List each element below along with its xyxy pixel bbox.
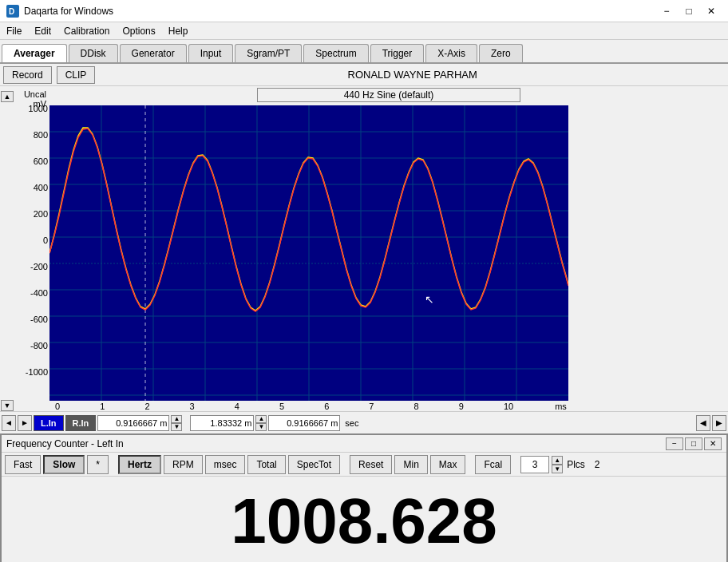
chart-title: 440 Hz Sine (default) (257, 88, 520, 102)
freq-display: 1008.628 (2, 477, 726, 562)
x-label-0: 0 (55, 402, 60, 411)
x-unit: ms (555, 402, 567, 411)
svg-text:D: D (9, 7, 14, 16)
menu-file[interactable]: File (0, 24, 28, 38)
clip-button[interactable]: CLIP (57, 66, 96, 84)
menu-help[interactable]: Help (162, 24, 195, 38)
time-input-3[interactable] (268, 415, 340, 431)
x-label-5: 5 (279, 402, 284, 411)
freq-btn-bar: Fast Slow * Hertz RPM msec Total SpecTot… (2, 453, 726, 477)
y-label-neg200: -200 (30, 262, 48, 271)
time-down-2[interactable]: ▼ (255, 423, 267, 431)
freq-maximize-button[interactable]: □ (685, 437, 702, 450)
plcs-down[interactable]: ▼ (552, 465, 563, 473)
toolbar: Record CLIP RONALD WAYNE PARHAM (0, 64, 728, 86)
user-name: RONALD WAYNE PARHAM (100, 69, 725, 81)
plcs-up[interactable]: ▲ (552, 456, 563, 465)
scroll-right-button[interactable]: ▶ (712, 415, 726, 431)
star-button[interactable]: * (87, 455, 109, 474)
minimize-button[interactable]: − (656, 3, 677, 19)
chart-container: 440 Hz Sine (default) (49, 88, 728, 411)
y-label-600: 600 (34, 156, 48, 166)
total-button[interactable]: Total (247, 455, 285, 474)
y-label-neg400: -400 (30, 288, 48, 298)
time-spinner-2: ▲ ▼ (255, 415, 267, 431)
bottom-bar: ◄ ► L.In R.In ▲ ▼ ▲ ▼ sec ◀ ▶ (0, 411, 728, 433)
x-label-4: 4 (235, 402, 239, 411)
slow-button[interactable]: Slow (43, 455, 85, 474)
y-label-1000: 1000 (29, 104, 48, 113)
x-label-8: 8 (414, 402, 419, 411)
tab-averager[interactable]: Averager (2, 44, 67, 62)
x-label-3: 3 (190, 402, 195, 411)
msec-button[interactable]: msec (205, 455, 246, 474)
time-input-1[interactable] (97, 415, 169, 431)
x-label-7: 7 (369, 402, 374, 411)
freq-counter-titlebar: Frequency Counter - Left In − □ ✕ (2, 435, 726, 453)
waveform-chart: ↖ (49, 105, 568, 401)
fcal-button[interactable]: Fcal (475, 455, 511, 474)
menu-bar: File Edit Calibration Options Help (0, 22, 728, 40)
y-label-800: 800 (34, 130, 48, 140)
max-button[interactable]: Max (430, 455, 466, 474)
tab-ddisk[interactable]: DDisk (69, 44, 118, 62)
freq-counter-title: Frequency Counter - Left In (6, 438, 124, 449)
menu-edit[interactable]: Edit (28, 24, 57, 38)
rpm-button[interactable]: RPM (164, 455, 203, 474)
y-label-neg800: -800 (30, 341, 48, 350)
freq-close-button[interactable]: ✕ (704, 437, 722, 450)
spectot-button[interactable]: SpecTot (288, 455, 340, 474)
title-bar: D Daqarta for Windows − □ ✕ (0, 0, 728, 22)
min-button[interactable]: Min (394, 455, 427, 474)
tab-xaxis[interactable]: X-Axis (425, 44, 477, 62)
time-input-2[interactable] (190, 415, 254, 431)
tab-trigger[interactable]: Trigger (370, 44, 425, 62)
nav-right-button[interactable]: ► (18, 415, 32, 431)
tab-sgram[interactable]: Sgram/PT (235, 44, 302, 62)
freq-counter-window: Frequency Counter - Left In − □ ✕ Fast S… (0, 433, 728, 562)
plcs-spinner: ▲ ▼ (552, 456, 563, 473)
y-up-button[interactable]: ▲ (1, 91, 14, 102)
freq-minimize-button[interactable]: − (666, 437, 683, 450)
time-spinner-1: ▲ ▼ (171, 415, 182, 431)
close-button[interactable]: ✕ (701, 3, 722, 19)
tab-generator[interactable]: Generator (120, 44, 187, 62)
hertz-button[interactable]: Hertz (118, 455, 161, 474)
tab-zero[interactable]: Zero (479, 44, 523, 62)
cursor-pointer: ↖ (425, 293, 434, 306)
app-title: D Daqarta for Windows (6, 5, 113, 18)
plcs-label: Plcs (567, 459, 585, 470)
y-label-200: 200 (34, 209, 48, 219)
plcs-input[interactable] (520, 456, 549, 473)
app-title-text: Daqarta for Windows (24, 6, 113, 17)
channel-left-button[interactable]: L.In (34, 415, 64, 431)
tab-spectrum[interactable]: Spectrum (303, 44, 368, 62)
freq-value: 1008.628 (231, 485, 497, 558)
record-button[interactable]: Record (3, 66, 52, 84)
scroll-left-button[interactable]: ◀ (696, 415, 710, 431)
app-icon: D (6, 5, 19, 18)
title-controls: − □ ✕ (656, 3, 722, 19)
y-label-0: 0 (43, 235, 48, 245)
nav-left-button[interactable]: ◄ (2, 415, 16, 431)
channel-right-button[interactable]: R.In (65, 415, 97, 431)
y-label-neg600: -600 (30, 315, 48, 324)
x-label-10: 10 (504, 402, 513, 411)
x-label-1: 1 (100, 402, 105, 411)
time-up-1[interactable]: ▲ (171, 415, 182, 423)
x-label-9: 9 (459, 402, 464, 411)
reset-button[interactable]: Reset (350, 455, 392, 474)
main-content: ▲ ▼ Uncal mV 1000 800 600 400 200 0 -200… (0, 86, 728, 433)
y-axis-controls: ▲ ▼ (0, 88, 14, 411)
fast-button[interactable]: Fast (5, 455, 41, 474)
y-label-400: 400 (34, 183, 48, 192)
time-down-1[interactable]: ▼ (171, 423, 182, 431)
time-up-2[interactable]: ▲ (255, 415, 267, 423)
x-label-6: 6 (324, 402, 329, 411)
right-value: 2 (595, 459, 600, 470)
tab-input[interactable]: Input (188, 44, 234, 62)
menu-options[interactable]: Options (116, 24, 161, 38)
maximize-button[interactable]: □ (679, 3, 699, 19)
menu-calibration[interactable]: Calibration (57, 24, 116, 38)
y-down-button[interactable]: ▼ (1, 400, 14, 411)
